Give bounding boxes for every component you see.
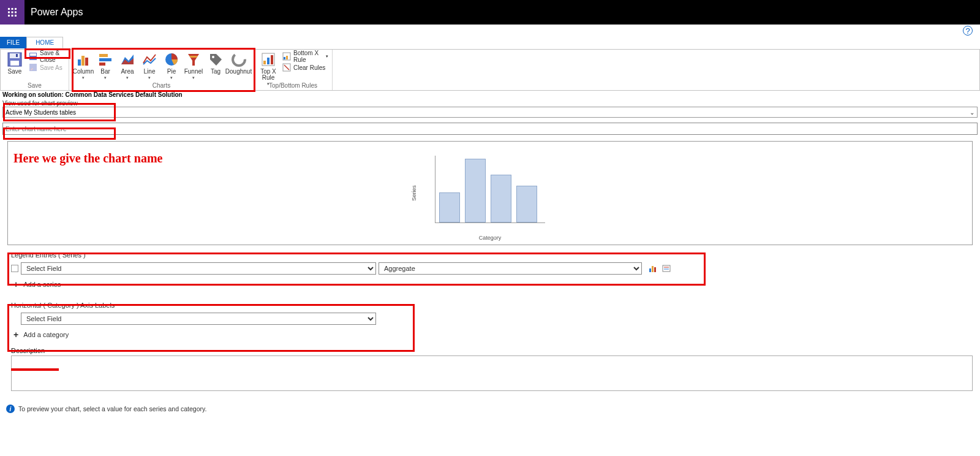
tag-icon xyxy=(208,51,224,67)
info-footer: i To preview your chart, select a value … xyxy=(6,405,980,413)
top-x-rule-button[interactable]: Top X Rule▾ xyxy=(258,51,279,86)
area-chart-icon xyxy=(119,51,135,67)
description-section: Description xyxy=(11,347,973,392)
subbar: ? xyxy=(0,25,980,37)
category-field-select[interactable]: Select Field xyxy=(21,313,376,325)
category-axis-section: Horizontal ( Category ) Axis Labels Sele… xyxy=(11,302,973,325)
chart-bar xyxy=(516,186,537,222)
svg-rect-3 xyxy=(8,12,10,13)
bottom-x-rule-icon xyxy=(282,52,291,61)
svg-rect-17 xyxy=(81,56,85,66)
chart-bar xyxy=(465,159,486,222)
chart-bar xyxy=(439,192,460,222)
legend-field-select[interactable]: Select Field xyxy=(21,262,376,275)
chart-funnel-button[interactable]: Funnel▾ xyxy=(183,51,204,80)
chart-doughnut-button[interactable]: Doughnut xyxy=(227,51,250,75)
series-options-icon[interactable] xyxy=(662,264,671,273)
ribbon-group-label-charts: Charts xyxy=(69,82,254,90)
line-chart-icon xyxy=(141,51,157,67)
add-series-button[interactable]: + Add a series xyxy=(13,281,980,288)
chart-line-button[interactable]: Line▾ xyxy=(139,51,160,80)
chart-pie-button[interactable]: Pie▾ xyxy=(161,51,182,80)
svg-rect-10 xyxy=(10,53,20,58)
save-icon xyxy=(7,51,23,67)
chart-bars xyxy=(435,156,545,223)
svg-rect-36 xyxy=(654,267,656,272)
add-category-button[interactable]: + Add a category xyxy=(13,331,980,338)
legend-series-checkbox[interactable] xyxy=(11,265,18,272)
ribbon-group-charts: Column▾ Bar▾ Area▾ Line▾ Pie▾ Funnel▾ xyxy=(69,50,254,90)
view-dropdown[interactable]: Active My Students tables ⌄ xyxy=(2,107,978,118)
svg-rect-8 xyxy=(15,15,17,17)
svg-rect-2 xyxy=(15,8,17,10)
svg-rect-7 xyxy=(12,15,13,17)
svg-rect-19 xyxy=(99,54,108,57)
ribbon-group-rules: Top X Rule▾ Bottom X Rule▾ Clear Rules T… xyxy=(254,50,333,90)
plus-icon: + xyxy=(13,281,18,288)
working-on-solution: Working on solution: Common Data Service… xyxy=(0,91,980,99)
category-axis-title: Horizontal ( Category ) Axis Labels xyxy=(11,302,973,309)
info-icon: i xyxy=(6,405,15,413)
svg-rect-6 xyxy=(8,15,10,17)
svg-rect-16 xyxy=(78,59,81,66)
svg-rect-20 xyxy=(99,58,111,61)
description-textarea[interactable] xyxy=(11,355,973,391)
svg-rect-21 xyxy=(99,63,105,66)
funnel-chart-icon xyxy=(186,51,202,67)
chart-x-axis-label: Category xyxy=(479,235,502,241)
ribbon: Save Save & Close Save As Save Column▾ xyxy=(0,49,980,91)
svg-rect-26 xyxy=(263,61,266,64)
ribbon-group-save: Save Save & Close Save As Save xyxy=(1,50,69,90)
svg-point-24 xyxy=(233,53,245,66)
save-close-button[interactable]: Save & Close xyxy=(29,51,65,61)
svg-rect-28 xyxy=(271,55,273,64)
chart-bar xyxy=(491,175,511,222)
save-as-button[interactable]: Save As xyxy=(29,63,65,72)
svg-rect-30 xyxy=(284,57,285,59)
description-label: Description xyxy=(11,347,973,354)
svg-rect-35 xyxy=(652,266,654,272)
legend-aggregate-select[interactable]: Aggregate xyxy=(379,262,642,275)
svg-rect-18 xyxy=(85,58,88,66)
ribbon-tabs: FILE HOME xyxy=(0,37,980,49)
chart-area-button[interactable]: Area▾ xyxy=(117,51,138,80)
svg-rect-15 xyxy=(29,64,37,71)
svg-rect-14 xyxy=(30,53,36,56)
annotation-underline-description xyxy=(11,368,59,371)
plus-icon: + xyxy=(13,331,18,338)
annotation-text: Here we give the chart name xyxy=(13,151,162,165)
chart-y-axis-label: Series xyxy=(411,185,417,201)
save-button[interactable]: Save xyxy=(4,51,25,75)
chart-bar-button[interactable]: Bar▾ xyxy=(95,51,116,80)
chart-tag-button[interactable]: Tag xyxy=(205,51,226,75)
svg-rect-12 xyxy=(16,54,18,57)
ribbon-group-label-save: Save xyxy=(1,82,69,90)
top-x-rule-icon xyxy=(260,51,276,67)
doughnut-chart-icon xyxy=(231,51,247,67)
clear-rules-button[interactable]: Clear Rules xyxy=(282,63,328,72)
bar-chart-icon xyxy=(97,51,113,67)
save-as-icon xyxy=(29,63,37,72)
svg-rect-37 xyxy=(663,265,670,272)
svg-rect-4 xyxy=(12,12,13,13)
tab-home[interactable]: HOME xyxy=(26,37,63,48)
svg-rect-1 xyxy=(12,8,13,10)
series-chart-type-icon[interactable] xyxy=(648,264,658,273)
svg-rect-27 xyxy=(267,58,270,64)
clear-rules-icon xyxy=(282,63,291,72)
legend-entries-section: Legend Entries ( Series ) Select Field A… xyxy=(11,251,973,275)
legend-entries-title: Legend Entries ( Series ) xyxy=(11,251,973,259)
pie-chart-icon xyxy=(164,51,179,67)
save-close-icon xyxy=(29,52,37,61)
app-topbar: Power Apps xyxy=(0,0,980,25)
view-label: View used for chart preview xyxy=(0,99,980,107)
bottom-x-rule-button[interactable]: Bottom X Rule▾ xyxy=(282,51,328,61)
chart-name-input[interactable] xyxy=(2,123,978,135)
svg-rect-5 xyxy=(15,12,17,13)
app-title: Power Apps xyxy=(31,7,83,18)
app-launcher-icon[interactable] xyxy=(0,0,24,25)
ribbon-group-label-rules: Top/Bottom Rules xyxy=(254,82,332,90)
tab-file[interactable]: FILE xyxy=(0,37,26,48)
chart-column-button[interactable]: Column▾ xyxy=(73,51,94,80)
help-icon[interactable]: ? xyxy=(963,26,973,36)
